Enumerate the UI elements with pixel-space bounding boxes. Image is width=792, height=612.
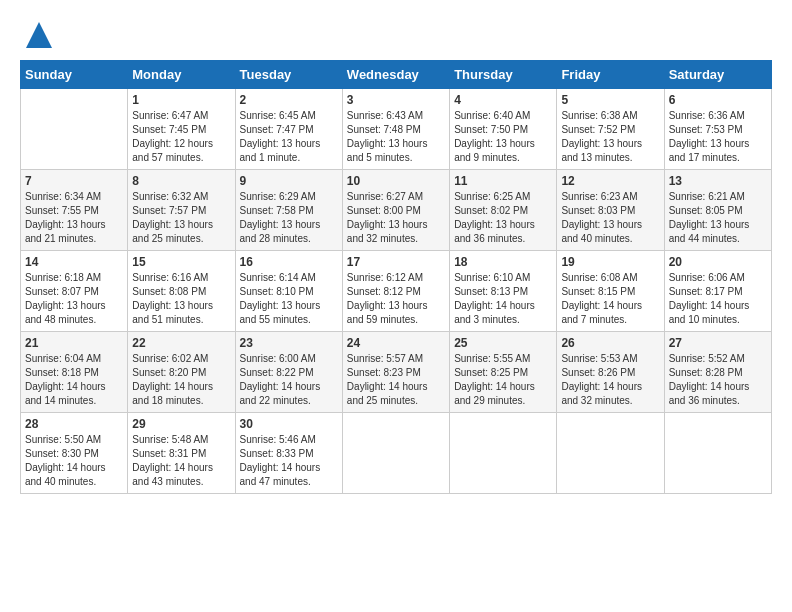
day-number: 20 <box>669 255 767 269</box>
day-number: 1 <box>132 93 230 107</box>
calendar-cell: 9Sunrise: 6:29 AMSunset: 7:58 PMDaylight… <box>235 170 342 251</box>
calendar-cell: 27Sunrise: 5:52 AMSunset: 8:28 PMDayligh… <box>664 332 771 413</box>
logo <box>20 20 54 50</box>
day-info: Sunrise: 6:25 AMSunset: 8:02 PMDaylight:… <box>454 190 552 246</box>
calendar-header-wednesday: Wednesday <box>342 61 449 89</box>
day-info: Sunrise: 6:00 AMSunset: 8:22 PMDaylight:… <box>240 352 338 408</box>
day-info: Sunrise: 6:14 AMSunset: 8:10 PMDaylight:… <box>240 271 338 327</box>
day-info: Sunrise: 6:21 AMSunset: 8:05 PMDaylight:… <box>669 190 767 246</box>
day-number: 19 <box>561 255 659 269</box>
day-number: 12 <box>561 174 659 188</box>
day-number: 28 <box>25 417 123 431</box>
day-number: 2 <box>240 93 338 107</box>
day-number: 6 <box>669 93 767 107</box>
calendar-week-row: 1Sunrise: 6:47 AMSunset: 7:45 PMDaylight… <box>21 89 772 170</box>
day-info: Sunrise: 6:40 AMSunset: 7:50 PMDaylight:… <box>454 109 552 165</box>
calendar-cell: 22Sunrise: 6:02 AMSunset: 8:20 PMDayligh… <box>128 332 235 413</box>
day-number: 14 <box>25 255 123 269</box>
day-number: 15 <box>132 255 230 269</box>
day-number: 21 <box>25 336 123 350</box>
calendar-cell <box>664 413 771 494</box>
calendar-cell: 20Sunrise: 6:06 AMSunset: 8:17 PMDayligh… <box>664 251 771 332</box>
day-info: Sunrise: 6:34 AMSunset: 7:55 PMDaylight:… <box>25 190 123 246</box>
day-number: 24 <box>347 336 445 350</box>
day-number: 17 <box>347 255 445 269</box>
day-number: 22 <box>132 336 230 350</box>
day-info: Sunrise: 6:47 AMSunset: 7:45 PMDaylight:… <box>132 109 230 165</box>
calendar-cell: 18Sunrise: 6:10 AMSunset: 8:13 PMDayligh… <box>450 251 557 332</box>
logo-icon <box>24 20 54 50</box>
day-info: Sunrise: 6:18 AMSunset: 8:07 PMDaylight:… <box>25 271 123 327</box>
day-number: 13 <box>669 174 767 188</box>
calendar-cell: 19Sunrise: 6:08 AMSunset: 8:15 PMDayligh… <box>557 251 664 332</box>
day-info: Sunrise: 6:12 AMSunset: 8:12 PMDaylight:… <box>347 271 445 327</box>
day-number: 18 <box>454 255 552 269</box>
day-info: Sunrise: 6:29 AMSunset: 7:58 PMDaylight:… <box>240 190 338 246</box>
day-number: 7 <box>25 174 123 188</box>
day-info: Sunrise: 6:32 AMSunset: 7:57 PMDaylight:… <box>132 190 230 246</box>
day-number: 30 <box>240 417 338 431</box>
calendar-cell: 10Sunrise: 6:27 AMSunset: 8:00 PMDayligh… <box>342 170 449 251</box>
day-info: Sunrise: 6:04 AMSunset: 8:18 PMDaylight:… <box>25 352 123 408</box>
day-info: Sunrise: 6:02 AMSunset: 8:20 PMDaylight:… <box>132 352 230 408</box>
day-number: 26 <box>561 336 659 350</box>
day-number: 9 <box>240 174 338 188</box>
calendar-cell: 14Sunrise: 6:18 AMSunset: 8:07 PMDayligh… <box>21 251 128 332</box>
calendar-cell: 13Sunrise: 6:21 AMSunset: 8:05 PMDayligh… <box>664 170 771 251</box>
svg-marker-0 <box>26 22 52 48</box>
day-info: Sunrise: 5:50 AMSunset: 8:30 PMDaylight:… <box>25 433 123 489</box>
calendar-cell: 26Sunrise: 5:53 AMSunset: 8:26 PMDayligh… <box>557 332 664 413</box>
calendar-cell: 12Sunrise: 6:23 AMSunset: 8:03 PMDayligh… <box>557 170 664 251</box>
calendar-week-row: 21Sunrise: 6:04 AMSunset: 8:18 PMDayligh… <box>21 332 772 413</box>
day-number: 27 <box>669 336 767 350</box>
calendar-cell: 30Sunrise: 5:46 AMSunset: 8:33 PMDayligh… <box>235 413 342 494</box>
day-info: Sunrise: 6:06 AMSunset: 8:17 PMDaylight:… <box>669 271 767 327</box>
day-info: Sunrise: 5:57 AMSunset: 8:23 PMDaylight:… <box>347 352 445 408</box>
calendar-cell: 24Sunrise: 5:57 AMSunset: 8:23 PMDayligh… <box>342 332 449 413</box>
calendar-header-sunday: Sunday <box>21 61 128 89</box>
calendar-cell: 3Sunrise: 6:43 AMSunset: 7:48 PMDaylight… <box>342 89 449 170</box>
day-info: Sunrise: 6:43 AMSunset: 7:48 PMDaylight:… <box>347 109 445 165</box>
day-info: Sunrise: 6:38 AMSunset: 7:52 PMDaylight:… <box>561 109 659 165</box>
calendar-cell: 21Sunrise: 6:04 AMSunset: 8:18 PMDayligh… <box>21 332 128 413</box>
calendar-cell: 17Sunrise: 6:12 AMSunset: 8:12 PMDayligh… <box>342 251 449 332</box>
calendar-week-row: 7Sunrise: 6:34 AMSunset: 7:55 PMDaylight… <box>21 170 772 251</box>
day-info: Sunrise: 5:53 AMSunset: 8:26 PMDaylight:… <box>561 352 659 408</box>
day-info: Sunrise: 6:45 AMSunset: 7:47 PMDaylight:… <box>240 109 338 165</box>
day-info: Sunrise: 6:08 AMSunset: 8:15 PMDaylight:… <box>561 271 659 327</box>
calendar-cell: 4Sunrise: 6:40 AMSunset: 7:50 PMDaylight… <box>450 89 557 170</box>
calendar-week-row: 14Sunrise: 6:18 AMSunset: 8:07 PMDayligh… <box>21 251 772 332</box>
calendar-week-row: 28Sunrise: 5:50 AMSunset: 8:30 PMDayligh… <box>21 413 772 494</box>
calendar-header-saturday: Saturday <box>664 61 771 89</box>
day-number: 8 <box>132 174 230 188</box>
calendar-cell: 11Sunrise: 6:25 AMSunset: 8:02 PMDayligh… <box>450 170 557 251</box>
calendar-header-thursday: Thursday <box>450 61 557 89</box>
calendar-cell <box>342 413 449 494</box>
calendar-cell: 1Sunrise: 6:47 AMSunset: 7:45 PMDaylight… <box>128 89 235 170</box>
calendar-header-friday: Friday <box>557 61 664 89</box>
calendar-cell: 28Sunrise: 5:50 AMSunset: 8:30 PMDayligh… <box>21 413 128 494</box>
calendar-cell <box>21 89 128 170</box>
day-info: Sunrise: 5:48 AMSunset: 8:31 PMDaylight:… <box>132 433 230 489</box>
calendar-cell: 29Sunrise: 5:48 AMSunset: 8:31 PMDayligh… <box>128 413 235 494</box>
calendar-cell: 8Sunrise: 6:32 AMSunset: 7:57 PMDaylight… <box>128 170 235 251</box>
day-info: Sunrise: 5:52 AMSunset: 8:28 PMDaylight:… <box>669 352 767 408</box>
calendar-cell: 5Sunrise: 6:38 AMSunset: 7:52 PMDaylight… <box>557 89 664 170</box>
calendar-table: SundayMondayTuesdayWednesdayThursdayFrid… <box>20 60 772 494</box>
calendar-cell: 15Sunrise: 6:16 AMSunset: 8:08 PMDayligh… <box>128 251 235 332</box>
calendar-header-row: SundayMondayTuesdayWednesdayThursdayFrid… <box>21 61 772 89</box>
page-header <box>20 20 772 50</box>
day-number: 3 <box>347 93 445 107</box>
day-info: Sunrise: 6:36 AMSunset: 7:53 PMDaylight:… <box>669 109 767 165</box>
day-info: Sunrise: 6:16 AMSunset: 8:08 PMDaylight:… <box>132 271 230 327</box>
day-number: 16 <box>240 255 338 269</box>
calendar-cell: 23Sunrise: 6:00 AMSunset: 8:22 PMDayligh… <box>235 332 342 413</box>
day-info: Sunrise: 5:55 AMSunset: 8:25 PMDaylight:… <box>454 352 552 408</box>
day-number: 29 <box>132 417 230 431</box>
calendar-cell: 25Sunrise: 5:55 AMSunset: 8:25 PMDayligh… <box>450 332 557 413</box>
day-info: Sunrise: 6:10 AMSunset: 8:13 PMDaylight:… <box>454 271 552 327</box>
calendar-header-monday: Monday <box>128 61 235 89</box>
day-number: 4 <box>454 93 552 107</box>
day-info: Sunrise: 6:23 AMSunset: 8:03 PMDaylight:… <box>561 190 659 246</box>
calendar-cell <box>557 413 664 494</box>
